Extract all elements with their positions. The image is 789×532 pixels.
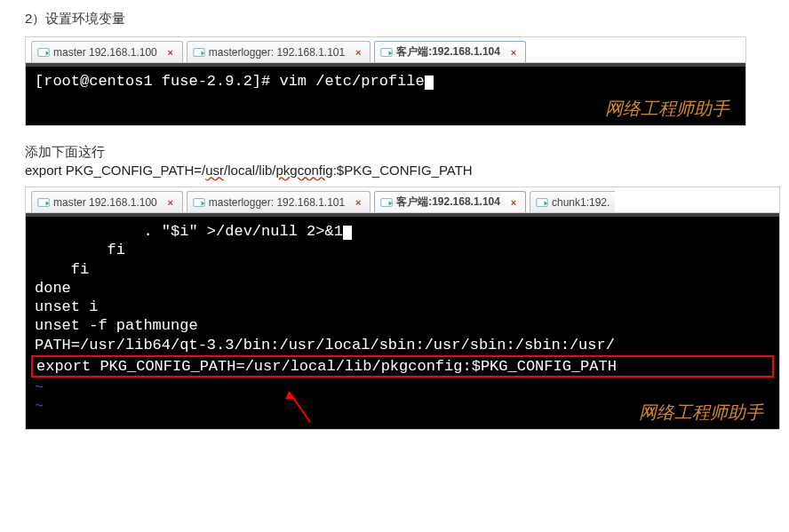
terminal-line: unset i xyxy=(35,298,770,316)
terminal-output: . "$i" >/dev/null 2>&1 fi fi done unset … xyxy=(26,213,779,429)
code-seg: /local/lib/ xyxy=(224,163,275,178)
shell-prompt-text: [root@centos1 fuse-2.9.2]# vim /etc/prof… xyxy=(35,73,425,90)
tab-master[interactable]: master 192.168.1.100 × xyxy=(31,191,183,212)
tab-label: masterlogger: 192.168.1.101 xyxy=(209,196,345,209)
terminal-line: [root@centos1 fuse-2.9.2]# vim /etc/prof… xyxy=(35,72,737,91)
arrow-annotation-icon xyxy=(275,388,328,424)
tab-label: master 192.168.1.100 xyxy=(53,196,157,209)
watermark-text: 网络工程师助手 xyxy=(605,98,729,120)
highlight-annotation: export PKG_CONFIG_PATH=/usr/local/lib/pk… xyxy=(31,355,774,377)
code-seg-u: usr xyxy=(205,163,224,178)
section-heading-1: 2）设置环境变量 xyxy=(25,11,764,28)
terminal-line: fi xyxy=(35,260,770,279)
tab-label: master 192.168.1.100 xyxy=(53,46,157,59)
terminal-window-1: master 192.168.1.100 × masterlogger: 192… xyxy=(25,36,746,126)
tab-label: chunk1:192. xyxy=(552,196,610,209)
close-icon[interactable]: × xyxy=(507,196,520,209)
terminal-line: done xyxy=(35,279,770,298)
terminal-line: fi xyxy=(35,241,770,259)
terminal-line: PATH=/usr/lib64/qt-3.3/bin:/usr/local/sb… xyxy=(35,336,770,354)
terminal-icon xyxy=(193,196,205,209)
terminal-icon xyxy=(37,196,50,209)
code-seg: :$PKG_CONFIG_PATH xyxy=(333,163,473,178)
tab-client-active[interactable]: 客户端:192.168.1.104 × xyxy=(374,41,526,62)
close-icon[interactable]: × xyxy=(352,196,364,209)
terminal-icon xyxy=(37,46,50,59)
tab-masterlogger[interactable]: masterlogger: 192.168.1.101 × xyxy=(187,41,371,62)
close-icon[interactable]: × xyxy=(352,46,364,59)
terminal-output: [root@centos1 fuse-2.9.2]# vim /etc/prof… xyxy=(26,63,745,125)
tab-bar: master 192.168.1.100 × masterlogger: 192… xyxy=(26,37,745,63)
terminal-icon xyxy=(380,46,393,59)
tab-label: 客户端:192.168.1.104 xyxy=(396,195,500,210)
export-line-text: export PKG_CONFIG_PATH=/usr/local/lib/pk… xyxy=(25,163,764,178)
tab-label: 客户端:192.168.1.104 xyxy=(396,44,500,60)
cursor xyxy=(343,226,352,240)
instruction-text: 添加下面这行 xyxy=(25,144,764,161)
terminal-icon xyxy=(380,196,393,209)
close-icon[interactable]: × xyxy=(164,46,177,59)
tab-label: masterlogger: 192.168.1.101 xyxy=(209,46,345,59)
close-icon[interactable]: × xyxy=(507,46,520,59)
watermark-text: 网络工程师助手 xyxy=(639,401,763,424)
terminal-line: unset -f pathmunge xyxy=(35,316,770,335)
tab-master[interactable]: master 192.168.1.100 × xyxy=(31,41,183,62)
line-text: . "$i" >/dev/null 2>&1 xyxy=(35,223,343,240)
tab-bar: master 192.168.1.100 × masterlogger: 192… xyxy=(26,187,779,213)
tab-client-active[interactable]: 客户端:192.168.1.104 × xyxy=(374,191,526,212)
vim-tilde-line: ~ xyxy=(35,378,770,397)
terminal-icon xyxy=(193,46,205,59)
cursor xyxy=(425,75,434,90)
code-seg: export PKG_CONFIG_PATH=/ xyxy=(25,163,205,178)
tab-masterlogger[interactable]: masterlogger: 192.168.1.101 × xyxy=(187,191,371,212)
code-seg-u: pkgconfig xyxy=(275,163,332,178)
terminal-icon xyxy=(536,196,548,209)
terminal-window-2: master 192.168.1.100 × masterlogger: 192… xyxy=(25,187,780,430)
close-icon[interactable]: × xyxy=(164,196,177,209)
terminal-line-highlighted: export PKG_CONFIG_PATH=/usr/local/lib/pk… xyxy=(36,357,769,376)
tab-chunk1[interactable]: chunk1:192. xyxy=(530,191,615,212)
terminal-line: . "$i" >/dev/null 2>&1 xyxy=(35,222,770,241)
